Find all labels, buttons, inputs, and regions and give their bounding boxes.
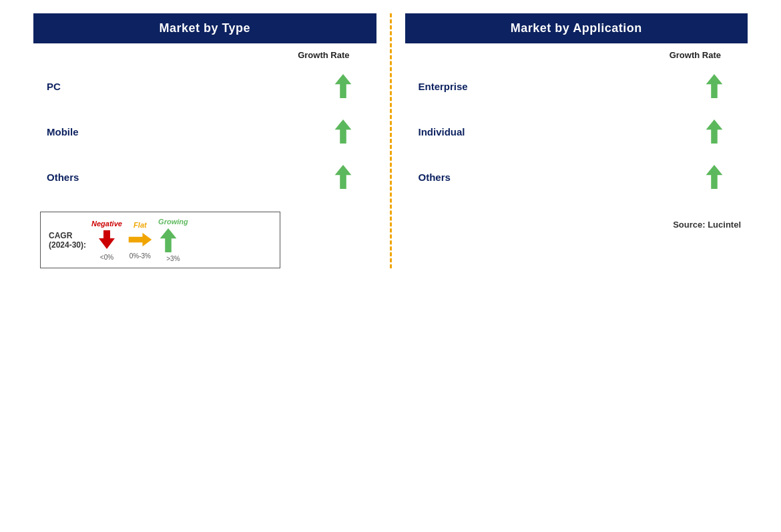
right-arrow-others [704, 164, 724, 190]
left-label-others: Others [47, 172, 79, 183]
legend-flat-range: 0%-3% [129, 252, 151, 260]
legend-growing-range: >3% [166, 255, 180, 262]
right-panel-header: Market by Application [405, 13, 748, 43]
left-row-pc: PC [40, 63, 370, 109]
right-panel: Market by Application Growth Rate Enterp… [405, 13, 748, 230]
left-row-others: Others [40, 154, 370, 200]
right-row-individual: Individual [412, 109, 742, 154]
legend-negative-arrow [97, 229, 116, 252]
legend-flat-label: Flat [134, 221, 147, 229]
right-label-individual: Individual [419, 126, 465, 138]
svg-marker-1 [334, 119, 351, 144]
left-panel-title: Market by Type [159, 21, 250, 35]
left-growth-rate-label: Growth Rate [33, 50, 376, 60]
right-items-section: Enterprise Individual Others [405, 63, 748, 200]
svg-marker-4 [129, 232, 152, 246]
legend-flat-group: Flat 0%-3% [127, 221, 153, 260]
right-label-enterprise: Enterprise [419, 81, 468, 92]
right-label-others: Others [419, 172, 451, 183]
left-panel-header: Market by Type [33, 13, 376, 43]
left-arrow-mobile [333, 118, 353, 145]
left-arrow-others [333, 164, 353, 190]
panel-divider [390, 13, 392, 268]
right-row-enterprise: Enterprise [412, 63, 742, 109]
legend-negative-label: Negative [91, 220, 122, 228]
left-panel: Market by Type Growth Rate PC Mobile [33, 13, 376, 268]
right-panel-title: Market by Application [511, 21, 642, 35]
legend-box: CAGR(2024-30): Negative <0% Flat [40, 212, 280, 268]
svg-marker-0 [334, 74, 351, 98]
right-arrow-enterprise [704, 73, 724, 99]
left-label-pc: PC [47, 81, 61, 92]
legend-negative-range: <0% [100, 254, 113, 261]
legend-negative-group: Negative <0% [91, 220, 122, 261]
svg-marker-2 [334, 165, 351, 189]
legend-cagr-label: CAGR(2024-30): [49, 231, 86, 250]
legend-growing-label: Growing [158, 218, 188, 226]
legend-growing-group: Growing >3% [158, 218, 188, 262]
source-text: Source: Lucintel [405, 220, 748, 230]
right-growth-rate-label: Growth Rate [405, 50, 748, 60]
svg-marker-7 [706, 119, 723, 144]
left-label-mobile: Mobile [47, 126, 79, 138]
left-items-section: PC Mobile Others [33, 63, 376, 200]
left-arrow-pc [333, 73, 353, 99]
right-arrow-individual [704, 118, 724, 145]
svg-marker-5 [160, 228, 177, 252]
svg-marker-3 [99, 230, 115, 249]
svg-marker-6 [706, 74, 723, 98]
legend-growing-arrow [158, 227, 178, 254]
right-row-others: Others [412, 154, 742, 200]
legend-flat-arrow [127, 230, 153, 251]
svg-marker-8 [706, 165, 723, 189]
left-row-mobile: Mobile [40, 109, 370, 154]
